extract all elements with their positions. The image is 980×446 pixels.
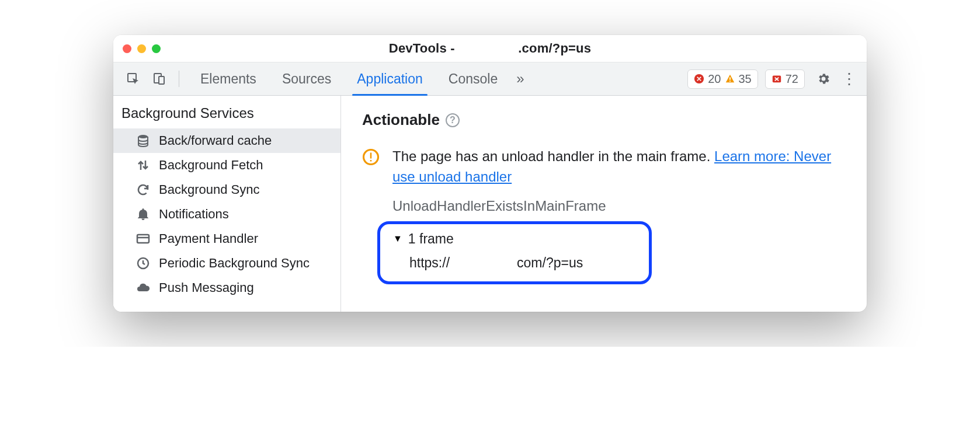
more-options-icon[interactable]: ⋮	[837, 67, 861, 90]
error-count: 20	[708, 72, 721, 86]
frame-count-label: 1 frame	[408, 231, 454, 247]
sidebar-item-periodic-sync[interactable]: Periodic Background Sync	[113, 251, 340, 276]
database-icon	[135, 133, 151, 148]
sidebar-item-notifications[interactable]: Notifications	[113, 202, 340, 227]
svg-point-7	[138, 135, 148, 138]
sidebar-item-label: Payment Handler	[159, 231, 258, 246]
frame-tree-toggle[interactable]: ▼ 1 frame	[393, 231, 636, 247]
tab-console[interactable]: Console	[436, 62, 510, 95]
warning-icon	[725, 74, 735, 84]
panel-body: Background Services Back/forward cache B…	[113, 96, 867, 312]
reason-identifier: UnloadHandlerExistsInMainFrame	[392, 198, 846, 214]
issue-row: The page has an unload handler in the ma…	[362, 147, 846, 187]
panel-tabs: Elements Sources Application Console »	[187, 62, 530, 95]
device-toolbar-icon[interactable]	[147, 67, 171, 90]
sidebar-item-background-sync[interactable]: Background Sync	[113, 177, 340, 202]
sidebar-item-label: Notifications	[159, 207, 229, 222]
issues-count: 72	[786, 72, 798, 86]
clock-icon	[135, 256, 151, 271]
cloud-icon	[135, 280, 151, 295]
more-tabs-button[interactable]: »	[510, 62, 530, 95]
toolbar-divider	[179, 71, 179, 87]
tab-sources[interactable]: Sources	[269, 62, 344, 95]
minimize-window-button[interactable]	[137, 44, 146, 53]
issue-text-body: The page has an unload handler in the ma…	[392, 148, 714, 164]
svg-rect-2	[159, 76, 164, 84]
sidebar-item-payment-handler[interactable]: Payment Handler	[113, 227, 340, 251]
credit-card-icon	[135, 231, 151, 246]
svg-rect-12	[370, 160, 372, 162]
devtools-toolbar: Elements Sources Application Console » 2…	[113, 62, 867, 96]
svg-rect-5	[729, 81, 731, 82]
sidebar-section-title: Background Services	[113, 99, 340, 128]
svg-rect-4	[729, 77, 731, 80]
inspect-element-icon[interactable]	[121, 67, 145, 90]
bfcache-panel: Actionable ? The page has an unload hand…	[341, 96, 867, 312]
section-title: Actionable	[362, 111, 440, 129]
devtools-window: DevTools - .com/?p=us Elements Sources A…	[113, 35, 867, 312]
window-title-url: .com/?p=us	[518, 41, 591, 55]
tab-elements[interactable]: Elements	[187, 62, 269, 95]
window-title: DevTools - .com/?p=us	[113, 41, 867, 56]
sidebar-item-label: Back/forward cache	[159, 133, 272, 148]
settings-gear-icon[interactable]	[812, 67, 835, 90]
error-icon	[694, 74, 704, 84]
issue-message: The page has an unload handler in the ma…	[392, 147, 846, 187]
sidebar-item-push-messaging[interactable]: Push Messaging	[113, 276, 340, 300]
warning-count: 35	[739, 72, 752, 86]
sidebar-item-background-fetch[interactable]: Background Fetch	[113, 153, 340, 177]
console-status-badge[interactable]: 20 35	[687, 69, 758, 89]
section-heading: Actionable ?	[362, 111, 846, 129]
frame-url[interactable]: https:// com/?p=us	[393, 247, 636, 271]
sync-icon	[135, 182, 151, 197]
window-title-prefix: DevTools -	[389, 41, 455, 55]
application-sidebar: Background Services Back/forward cache B…	[113, 96, 341, 312]
warning-circle-icon	[362, 148, 380, 166]
tab-application[interactable]: Application	[344, 62, 436, 95]
frame-tree-highlight: ▼ 1 frame https:// com/?p=us	[377, 221, 652, 284]
sidebar-item-label: Periodic Background Sync	[159, 256, 310, 271]
sidebar-item-label: Background Fetch	[159, 158, 263, 173]
bell-icon	[135, 207, 151, 222]
maximize-window-button[interactable]	[152, 44, 161, 53]
svg-rect-8	[137, 235, 149, 243]
close-window-button[interactable]	[123, 44, 131, 53]
sidebar-item-label: Background Sync	[159, 182, 259, 197]
issues-icon	[772, 74, 782, 84]
updown-arrows-icon	[135, 158, 151, 173]
window-titlebar: DevTools - .com/?p=us	[113, 35, 867, 62]
sidebar-item-bfcache[interactable]: Back/forward cache	[113, 128, 340, 153]
svg-rect-11	[370, 153, 372, 159]
help-icon[interactable]: ?	[446, 113, 460, 127]
sidebar-item-label: Push Messaging	[159, 280, 254, 295]
issues-badge[interactable]: 72	[765, 69, 805, 89]
traffic-lights	[123, 44, 161, 53]
disclosure-triangle-icon: ▼	[393, 234, 402, 244]
